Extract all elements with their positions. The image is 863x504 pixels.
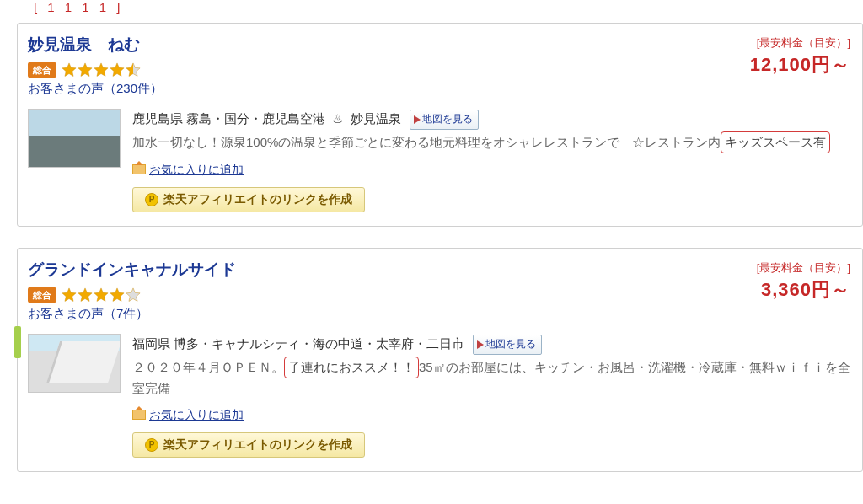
- affiliate-button-label: 楽天アフィリエイトのリンクを作成: [163, 192, 352, 207]
- desc-pre: 加水一切なし！源泉100%の温泉と季節ごとに変わる地元料理をオシャレレストランで…: [132, 135, 721, 149]
- price-amount: 12,100円～: [750, 52, 850, 78]
- location-text: 福岡県 博多・キャナルシティ・海の中道・太宰府・二日市: [132, 336, 464, 351]
- map-button[interactable]: 地図を見る: [473, 335, 542, 354]
- map-button-label: 地図を見る: [422, 111, 473, 127]
- location-text: 鹿児島県 霧島・国分・鹿児島空港: [132, 111, 325, 126]
- affiliate-button[interactable]: P 楽天アフィリエイトのリンクを作成: [132, 187, 365, 212]
- rating-badge: 総合: [28, 62, 56, 78]
- hotel-description: ２０２０年４月ＯＰＥＮ。子連れにおススメ！！35㎡のお部屋には、キッチン・お風呂…: [132, 357, 852, 399]
- coin-icon: P: [145, 193, 158, 206]
- highlight-box: 子連れにおススメ！！: [284, 357, 419, 378]
- listing-card: グランドインキャナルサイド 総合 お客さまの声（7件） [最安料金（目安）] 3…: [17, 248, 863, 472]
- left-accent-rail: [14, 326, 21, 358]
- favorite-link[interactable]: お気に入りに追加: [149, 405, 244, 424]
- map-button-label: 地図を見る: [485, 336, 536, 352]
- hotel-title-link[interactable]: 妙見温泉 ねむ: [28, 35, 140, 53]
- desc-pre: ２０２０年４月ＯＰＥＮ。: [132, 360, 284, 374]
- coin-icon: P: [145, 438, 158, 452]
- star-rating: [62, 62, 141, 78]
- star-rating: [62, 287, 141, 303]
- reviews-link[interactable]: お客さまの声（7件）: [28, 306, 148, 322]
- rating-badge: 総合: [28, 287, 56, 303]
- affiliate-button-label: 楽天アフィリエイトのリンクを作成: [163, 437, 352, 453]
- favorite-link[interactable]: お気に入りに追加: [149, 160, 244, 179]
- hotel-description: 加水一切なし！源泉100%の温泉と季節ごとに変わる地元料理をオシャレレストランで…: [132, 131, 852, 153]
- favorite-icon: [132, 164, 146, 174]
- header-scrap: [ 1 1 1 1 ]: [34, 0, 863, 14]
- highlight-box: キッズスペース有: [721, 131, 830, 153]
- price-label: [最安料金（目安）]: [750, 35, 850, 51]
- map-button[interactable]: 地図を見る: [410, 110, 479, 129]
- hotel-thumbnail[interactable]: [28, 109, 121, 168]
- price-amount: 3,360円～: [757, 277, 850, 303]
- hotel-title-link[interactable]: グランドインキャナルサイド: [28, 260, 236, 278]
- reviews-link[interactable]: お客さまの声（230件）: [28, 81, 163, 97]
- favorite-icon: [132, 410, 146, 420]
- hotel-thumbnail[interactable]: [28, 334, 121, 393]
- affiliate-button[interactable]: P 楽天アフィリエイトのリンクを作成: [132, 432, 365, 458]
- onsen-name: 妙見温泉: [351, 111, 401, 126]
- listing-card: 妙見温泉 ねむ 総合 お客さまの声（230件） [最安料金（目安）] 12,10…: [17, 23, 863, 227]
- price-label: [最安料金（目安）]: [757, 260, 850, 276]
- onsen-icon: ♨: [332, 109, 343, 129]
